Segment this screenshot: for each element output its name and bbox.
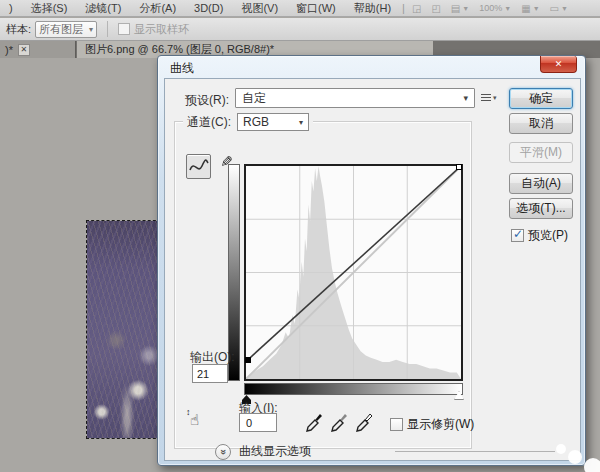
watermark-bubble: [568, 450, 582, 464]
menu-item-filter[interactable]: 滤镜(T): [76, 0, 130, 17]
channel-row: 通道(C): RGB ▾: [183, 113, 313, 131]
gray-point-eyedropper-button[interactable]: [330, 412, 348, 432]
sample-value: 所有图层: [39, 22, 83, 37]
expander-divider: [395, 451, 555, 452]
input-value-field[interactable]: 0: [239, 413, 277, 432]
curve-point-highlight[interactable]: [456, 164, 462, 170]
menu-separator: |: [400, 2, 407, 14]
preset-options-menu-button[interactable]: ▾: [481, 90, 503, 106]
curve-plot: [246, 166, 461, 379]
preview-label: 预览(P): [528, 227, 568, 244]
checkbox-icon: ✓: [511, 229, 524, 242]
menu-item-3d[interactable]: 3D(D): [185, 1, 232, 15]
tab-close-icon[interactable]: ✕: [18, 44, 30, 56]
curve-graph[interactable]: [244, 164, 463, 381]
screen-mode-icon[interactable]: ▭▼: [545, 3, 573, 14]
watermark-bubble: [556, 444, 566, 454]
eyedropper-icon: [305, 412, 323, 432]
preview-checkbox[interactable]: ✓ 预览(P): [511, 227, 568, 244]
output-value-field[interactable]: 21: [192, 364, 228, 383]
cancel-button[interactable]: 取消: [509, 113, 573, 134]
menu-item-window[interactable]: 窗口(W): [287, 0, 345, 17]
close-icon[interactable]: ✕: [540, 56, 577, 73]
curve-display-options-label: 曲线显示选项: [239, 443, 311, 460]
watermark-bubble: [584, 458, 600, 472]
ok-button[interactable]: 确定: [509, 88, 573, 109]
arrange-documents-icon[interactable]: ▤▼: [446, 3, 474, 14]
tool-options-bar: 样本: 所有图层 ▾ 显示取样环: [0, 18, 600, 41]
sample-dropdown[interactable]: 所有图层 ▾: [35, 21, 97, 38]
checkbox-icon: [118, 23, 130, 35]
curves-dialog: 曲线 ✕ 预设(R): 自定 ▾ ▾ 确定 取消 平滑(M) 自动(A) 选项(…: [157, 55, 586, 466]
eyedropper-icon: [330, 412, 348, 432]
sample-label: 样本:: [6, 22, 31, 37]
image-selection-marching-ants[interactable]: [87, 221, 160, 438]
document-tab-inactive[interactable]: )* ✕: [0, 41, 76, 58]
auto-button[interactable]: 自动(A): [509, 173, 573, 194]
menu-bar: ) 选择(S) 滤镜(T) 分析(A) 3D(D) 视图(V) 窗口(W) 帮助…: [0, 0, 600, 17]
eyedropper-icon: [355, 412, 373, 432]
menu-item-help[interactable]: 帮助(H): [345, 0, 400, 17]
curve-icon: [187, 155, 210, 178]
channel-label: 通道(C):: [187, 114, 231, 131]
curve-display-options-expander[interactable]: » 曲线显示选项: [215, 443, 311, 460]
menu-item-partial: ): [0, 1, 22, 15]
smooth-button: 平滑(M): [509, 142, 573, 163]
dialog-body: 预设(R): 自定 ▾ ▾ 确定 取消 平滑(M) 自动(A) 选项(T)...…: [164, 78, 581, 461]
curve-point-shadow[interactable]: [245, 357, 251, 363]
preset-dropdown[interactable]: 自定 ▾: [235, 88, 475, 108]
hand-tool-icon[interactable]: ◲: [407, 3, 426, 14]
photoshop-window: ) 选择(S) 滤镜(T) 分析(A) 3D(D) 视图(V) 窗口(W) 帮助…: [0, 0, 600, 472]
options-button[interactable]: 选项(T)...: [509, 198, 573, 219]
hand-icon: ☝: [190, 411, 199, 428]
menu-item-analysis[interactable]: 分析(A): [130, 0, 185, 17]
show-sampling-ring-label: 显示取样环: [134, 22, 189, 37]
channel-value: RGB: [243, 115, 269, 129]
menu-item-select[interactable]: 选择(S): [22, 0, 77, 17]
zoom-tool-icon[interactable]: ◰: [426, 3, 445, 14]
edit-points-tool-button[interactable]: [186, 154, 211, 179]
white-point-eyedropper-button[interactable]: [355, 412, 373, 432]
show-sampling-ring-checkbox[interactable]: 显示取样环: [118, 22, 189, 37]
input-gradient-bar: [244, 383, 463, 395]
targeted-adjustment-tool-button[interactable]: ☝ ↕: [190, 411, 212, 433]
grass-photo: [87, 221, 160, 438]
options-separator: [107, 21, 108, 37]
workspace-icon[interactable]: ▦▼: [516, 3, 544, 14]
show-clipping-label: 显示修剪(W): [407, 416, 474, 433]
menu-item-view[interactable]: 视图(V): [232, 0, 287, 17]
dialog-title: 曲线: [170, 60, 194, 77]
preset-value: 自定: [242, 90, 266, 107]
channel-dropdown[interactable]: RGB ▾: [237, 113, 309, 131]
chevron-down-icon: ▾: [299, 118, 303, 127]
black-point-eyedropper-button[interactable]: [305, 412, 323, 432]
chevron-down-icon: ▾: [463, 93, 468, 103]
zoom-level-dropdown[interactable]: 100%▼: [474, 3, 516, 13]
preset-label: 预设(R):: [185, 92, 229, 109]
updown-arrows-icon: ↕: [186, 407, 191, 417]
checkbox-icon: ✓: [390, 418, 403, 431]
chevron-down-icon: ▾: [493, 94, 497, 102]
list-icon: [481, 94, 491, 103]
chevron-double-icon: »: [215, 444, 231, 460]
show-clipping-checkbox[interactable]: ✓ 显示修剪(W): [390, 416, 474, 433]
chevron-down-icon: ▾: [89, 25, 93, 34]
